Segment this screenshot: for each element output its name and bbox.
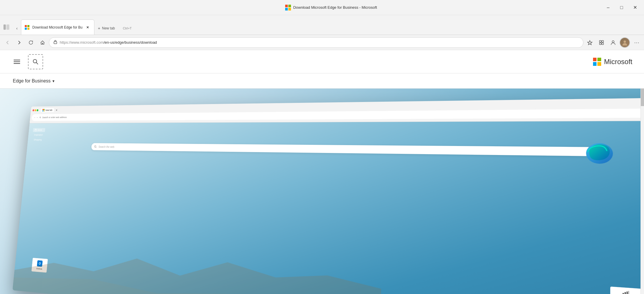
svg-line-14 [96,147,96,148]
hero-section: New tab ✕ ← → Search or enter web addres… [0,89,644,294]
back-icon [5,40,10,45]
svg-rect-4 [602,41,604,42]
tab-edge-business[interactable]: Download Microsoft Edge for Bu Close tab… [21,20,94,35]
refresh-button[interactable] [26,37,36,48]
url-prefix: https://www.microsoft.com [60,40,104,45]
hamburger-line-2 [14,61,20,62]
address-bar[interactable]: https://www.microsoft.com/en-us/edge/bus… [49,37,583,48]
site-header-logo: Microsoft [593,58,632,66]
svg-rect-5 [599,43,601,45]
svg-rect-0 [3,24,6,30]
svg-rect-18 [627,291,628,294]
close-button[interactable]: ✕ [628,2,642,13]
settings-more-button[interactable]: ⋯ [631,37,642,48]
content-area: Microsoft Edge for Business ▾ [0,50,644,294]
new-tab-button[interactable]: + New tab Ctrl+T [94,24,135,32]
hero-browser-content: Search the web [13,121,644,294]
home-icon [40,40,45,45]
new-tab-shortcut: Ctrl+T [123,27,132,30]
tab-favicon [25,25,30,30]
tabs-area: Download Microsoft Edge for Bu Close tab… [21,20,643,35]
hamburger-line-3 [14,63,20,64]
hero-window-controls [32,109,38,111]
forward-button[interactable] [14,37,24,48]
hero-tab: New tab [41,108,54,112]
svg-line-10 [36,62,38,64]
site-nav: Edge for Business ▾ [0,73,644,89]
nav-item-edge-business[interactable]: Edge for Business ▾ [12,78,56,84]
search-icon [32,59,39,65]
hero-work-label: Work [38,129,42,131]
tab-close-button[interactable]: Close tab ✕ [85,24,91,30]
tab-strip-back-button[interactable]: ‹ [13,24,21,32]
collections-icon [599,40,604,45]
site-header: Microsoft [0,50,644,73]
favorites-button[interactable] [585,37,595,48]
hero-search-text: Search the web [98,145,114,148]
hero-vert-nav: Work Inspiration Shopping [32,128,45,142]
tab-bar: ‹ Download Microsoft Edge for Bu Close t… [0,15,644,35]
new-tab-label: New tab [102,26,115,30]
microsoft-logo-text: Microsoft [604,58,632,66]
svg-rect-21 [35,130,36,131]
window-controls: – □ ✕ [601,2,642,13]
hero-nav-icons: ← → [34,116,38,119]
hero-tab-label: New tab [45,109,52,112]
svg-point-8 [624,41,626,43]
hero-bottom-links: Woodgrove Bank in LinkedIn [610,286,644,294]
security-lock-icon [53,40,57,45]
minimize-button[interactable]: – [601,2,615,13]
nav-item-chevron-icon: ▾ [52,79,54,83]
user-avatar[interactable] [620,37,630,48]
hero-url-text: Search or enter web address [42,116,67,119]
main-content: Microsoft Edge for Business ▾ [0,50,644,294]
url-display: https://www.microsoft.com/en-us/edge/bus… [60,40,157,45]
microsoft-logo [593,58,601,66]
hero-nav-shopping: Shopping [32,138,44,142]
hero-inspiration-label: Inspiration [34,134,43,136]
svg-rect-2 [54,42,57,44]
home-button[interactable] [37,37,48,48]
hamburger-menu-button[interactable] [12,57,22,67]
title-bar-center: Download Microsoft Edge for Business - M… [61,5,601,10]
hero-edge-logo [583,137,616,167]
maximize-button[interactable]: □ [615,2,628,13]
hero-nav-inspiration: Inspiration [32,133,45,137]
back-button[interactable] [2,37,13,48]
hero-nav-work: Work [33,128,45,132]
scrollbar[interactable] [641,89,644,294]
sidebar-icon [3,24,9,30]
title-bar: Download Microsoft Edge for Business - M… [0,0,644,15]
svg-rect-6 [602,43,604,45]
svg-rect-1 [6,24,9,30]
collections-button[interactable] [596,37,607,48]
svg-rect-22 [35,129,36,130]
nav-item-label: Edge for Business [13,78,51,84]
star-icon [587,40,592,45]
hero-woodgrove-link: Woodgrove Bank [610,286,641,294]
hamburger-line-1 [14,60,20,60]
scrollbar-thumb[interactable] [641,89,644,106]
tab-title: Download Microsoft Edge for Bu [32,25,82,29]
hero-close-btn: ✕ [56,109,58,111]
svg-rect-19 [629,291,629,294]
profile-icon [611,40,616,45]
window-title: Download Microsoft Edge for Business - M… [293,5,377,10]
new-tab-plus-icon: + [98,26,100,31]
hero-shopping-label: Shopping [33,138,42,141]
svg-line-12 [40,118,41,118]
profile-button[interactable] [608,37,618,48]
svg-point-7 [612,41,614,43]
hero-landscape [13,240,382,294]
address-bar-row: https://www.microsoft.com/en-us/edge/bus… [0,35,644,50]
forward-icon [17,40,22,45]
ellipsis-icon: ⋯ [634,39,639,46]
svg-rect-16 [623,293,624,294]
url-suffix: /en-us/edge/business/download [104,40,157,45]
hero-browser-chrome: New tab ✕ ← → Search or enter web addres… [30,97,644,123]
hero-new-tab-search: Search the web [91,143,609,156]
svg-rect-3 [599,41,601,42]
svg-rect-17 [624,292,626,294]
site-search-box[interactable] [28,54,43,69]
sidebar-toggle-button[interactable] [1,22,12,32]
